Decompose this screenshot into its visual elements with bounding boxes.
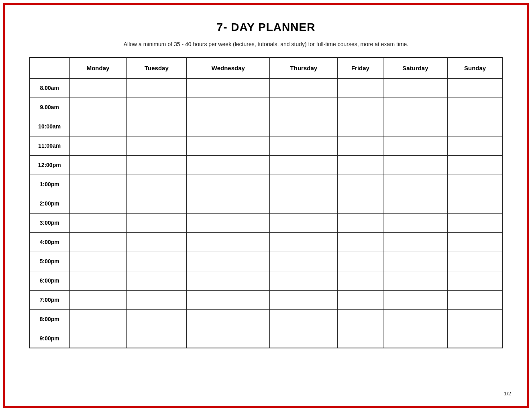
day-cell[interactable] [187, 155, 270, 175]
day-cell[interactable] [187, 175, 270, 194]
day-cell[interactable] [69, 213, 126, 232]
day-cell[interactable] [187, 98, 270, 117]
day-cell[interactable] [126, 175, 187, 194]
day-cell[interactable] [448, 329, 503, 348]
day-cell[interactable] [270, 232, 338, 252]
day-cell[interactable] [126, 290, 187, 309]
day-cell[interactable] [126, 252, 187, 271]
day-cell[interactable] [69, 78, 126, 98]
day-cell[interactable] [69, 309, 126, 329]
day-cell[interactable] [126, 271, 187, 290]
day-cell[interactable] [383, 232, 448, 252]
day-cell[interactable] [383, 290, 448, 309]
day-cell[interactable] [126, 155, 187, 175]
day-cell[interactable] [270, 271, 338, 290]
day-cell[interactable] [448, 155, 503, 175]
day-cell[interactable] [383, 194, 448, 213]
day-cell[interactable] [338, 271, 383, 290]
day-cell[interactable] [338, 98, 383, 117]
day-cell[interactable] [69, 329, 126, 348]
day-cell[interactable] [126, 136, 187, 155]
day-cell[interactable] [187, 117, 270, 136]
day-cell[interactable] [338, 136, 383, 155]
day-cell[interactable] [338, 309, 383, 329]
day-cell[interactable] [338, 232, 383, 252]
day-cell[interactable] [338, 213, 383, 232]
day-cell[interactable] [126, 232, 187, 252]
day-cell[interactable] [448, 252, 503, 271]
day-cell[interactable] [69, 98, 126, 117]
day-cell[interactable] [448, 78, 503, 98]
day-cell[interactable] [126, 194, 187, 213]
day-cell[interactable] [383, 98, 448, 117]
day-cell[interactable] [383, 252, 448, 271]
day-cell[interactable] [187, 271, 270, 290]
day-cell[interactable] [338, 175, 383, 194]
day-cell[interactable] [383, 271, 448, 290]
day-cell[interactable] [69, 117, 126, 136]
day-cell[interactable] [187, 213, 270, 232]
day-cell[interactable] [448, 117, 503, 136]
day-cell[interactable] [448, 232, 503, 252]
day-cell[interactable] [69, 232, 126, 252]
day-cell[interactable] [187, 329, 270, 348]
day-cell[interactable] [270, 98, 338, 117]
time-cell: 3:00pm [29, 213, 69, 232]
day-cell[interactable] [126, 117, 187, 136]
day-cell[interactable] [383, 78, 448, 98]
day-cell[interactable] [69, 175, 126, 194]
day-cell[interactable] [270, 252, 338, 271]
day-cell[interactable] [126, 98, 187, 117]
day-cell[interactable] [448, 271, 503, 290]
day-cell[interactable] [338, 290, 383, 309]
day-cell[interactable] [383, 155, 448, 175]
day-cell[interactable] [69, 136, 126, 155]
day-cell[interactable] [448, 194, 503, 213]
day-cell[interactable] [270, 78, 338, 98]
day-cell[interactable] [187, 136, 270, 155]
day-cell[interactable] [383, 329, 448, 348]
day-cell[interactable] [270, 329, 338, 348]
day-cell[interactable] [270, 213, 338, 232]
day-cell[interactable] [126, 329, 187, 348]
day-cell[interactable] [69, 252, 126, 271]
day-cell[interactable] [69, 290, 126, 309]
day-cell[interactable] [270, 155, 338, 175]
day-cell[interactable] [448, 136, 503, 155]
day-cell[interactable] [448, 175, 503, 194]
day-cell[interactable] [383, 117, 448, 136]
day-cell[interactable] [270, 194, 338, 213]
day-cell[interactable] [187, 252, 270, 271]
day-cell[interactable] [448, 309, 503, 329]
day-cell[interactable] [338, 155, 383, 175]
day-cell[interactable] [126, 309, 187, 329]
day-cell[interactable] [69, 155, 126, 175]
day-cell[interactable] [338, 194, 383, 213]
day-cell[interactable] [383, 175, 448, 194]
day-cell[interactable] [270, 117, 338, 136]
day-cell[interactable] [338, 252, 383, 271]
day-cell[interactable] [187, 194, 270, 213]
day-cell[interactable] [383, 309, 448, 329]
day-cell[interactable] [383, 136, 448, 155]
day-cell[interactable] [126, 213, 187, 232]
day-cell[interactable] [448, 290, 503, 309]
day-cell[interactable] [270, 175, 338, 194]
day-cell[interactable] [338, 78, 383, 98]
day-cell[interactable] [187, 309, 270, 329]
day-cell[interactable] [187, 232, 270, 252]
day-cell[interactable] [187, 78, 270, 98]
table-row: 8.00am [29, 78, 503, 98]
day-cell[interactable] [69, 271, 126, 290]
day-cell[interactable] [126, 78, 187, 98]
day-cell[interactable] [270, 136, 338, 155]
day-cell[interactable] [270, 290, 338, 309]
day-cell[interactable] [448, 98, 503, 117]
day-cell[interactable] [338, 329, 383, 348]
day-cell[interactable] [338, 117, 383, 136]
day-cell[interactable] [270, 309, 338, 329]
day-cell[interactable] [448, 213, 503, 232]
day-cell[interactable] [187, 290, 270, 309]
day-cell[interactable] [383, 213, 448, 232]
day-cell[interactable] [69, 194, 126, 213]
